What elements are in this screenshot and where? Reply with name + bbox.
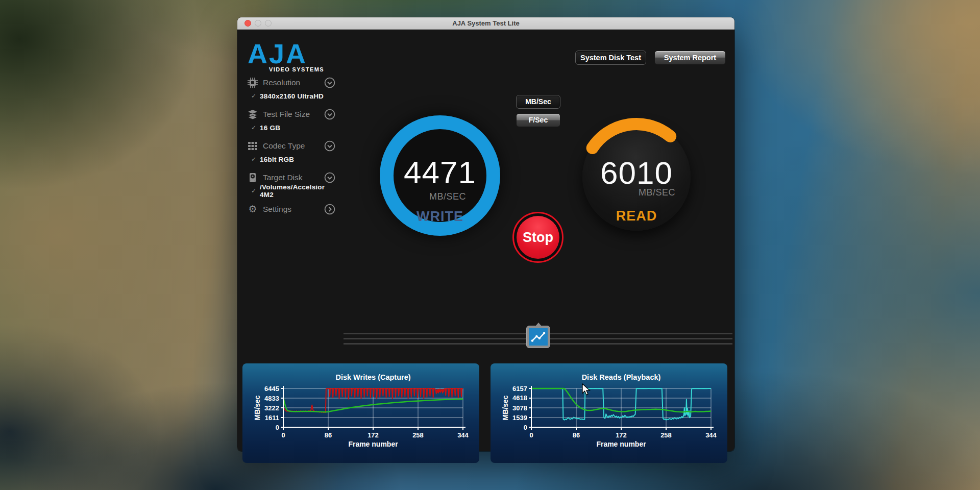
f-sec-toggle-button[interactable]: F/Sec [516,113,560,127]
desktop-wallpaper: AJA System Test Lite AJA VIDEO SYSTEMS S… [0,0,980,490]
line-chart-icon [529,328,548,346]
svg-text:344: 344 [705,431,717,439]
write-speed-unit: MB/SEC [429,191,466,202]
sidebar-item-target-disk[interactable]: Target Disk [248,171,335,184]
chevron-right-icon[interactable] [324,204,335,215]
system-disk-test-button[interactable]: System Disk Test [575,51,646,65]
stop-button[interactable]: Stop [512,212,564,263]
sidebar-value-text: 3840x2160 UltraHD [260,92,324,100]
window-title: AJA System Test Lite [237,17,734,29]
sidebar-value-codec-type[interactable]: ✓ 16bit RGB [251,155,335,164]
write-gauge-label: WRITE [394,209,486,225]
svg-text:3078: 3078 [512,404,527,412]
sidebar-value-resolution[interactable]: ✓ 3840x2160 UltraHD [251,91,335,101]
disk-writes-chart-panel: 01611322248336445086172258344Disk Writes… [242,363,479,463]
check-icon: ✓ [251,187,256,194]
sidebar-group-settings: ⚙ Settings [248,203,335,216]
sidebar-group-resolution: Resolution ✓ 3840x2160 UltraHD [248,76,335,101]
sidebar-item-label: Test File Size [263,110,310,119]
disk-reads-chart-panel: 01539307846186157086172258344Disk Reads … [491,363,727,463]
svg-text:Disk Reads (Playback): Disk Reads (Playback) [582,373,661,381]
window-titlebar[interactable]: AJA System Test Lite [237,17,734,30]
grid-icon [248,141,258,151]
sidebar-group-test-file-size: Test File Size ✓ 16 GB [248,108,335,132]
svg-text:MB/sec: MB/sec [501,395,509,420]
sidebar-item-codec-type[interactable]: Codec Type [248,139,335,153]
sidebar-item-test-file-size[interactable]: Test File Size [248,108,335,121]
sidebar-group-target-disk: Target Disk ✓ /Volumes/Accelsior 4M2 [248,171,335,195]
check-icon: ✓ [251,92,256,100]
check-icon: ✓ [251,156,256,163]
svg-text:6157: 6157 [512,385,527,393]
sidebar-item-label: Settings [263,205,291,214]
svg-text:0: 0 [524,424,527,431]
svg-text:86: 86 [573,431,580,439]
svg-text:0: 0 [529,431,533,439]
svg-text:0: 0 [276,424,279,431]
svg-text:258: 258 [412,431,424,439]
check-icon: ✓ [251,124,256,131]
mb-sec-toggle-button[interactable]: MB/Sec [516,95,560,109]
system-report-button[interactable]: System Report [654,51,726,65]
svg-text:4618: 4618 [512,394,527,402]
disk-writes-chart: 01611322248336445086172258344Disk Writes… [242,363,479,463]
svg-text:3222: 3222 [264,404,279,412]
sidebar-value-text: 16 GB [260,124,280,132]
svg-text:MB/sec: MB/sec [253,395,261,420]
gear-icon: ⚙ [248,204,258,214]
sidebar-value-text: /Volumes/Accelsior 4M2 [260,183,335,199]
svg-text:4833: 4833 [264,395,279,402]
svg-text:0: 0 [281,431,285,439]
disk-icon [248,173,258,183]
window-content: AJA VIDEO SYSTEMS System Disk Test Syste… [237,30,734,451]
write-speed-gauge: 4471 MB/SEC WRITE [380,115,500,236]
chevron-down-icon[interactable] [324,140,335,152]
svg-text:6445: 6445 [264,385,279,393]
svg-text:258: 258 [660,431,672,439]
read-gauge-label: READ [575,208,698,224]
svg-text:344: 344 [457,431,469,439]
graph-toggle-button[interactable] [526,326,550,348]
svg-text:Frame number: Frame number [596,440,646,448]
sidebar-item-label: Codec Type [263,141,305,151]
read-speed-value: 6010 [575,155,698,191]
disk-reads-chart: 01539307846186157086172258344Disk Reads … [491,363,727,463]
sidebar-value-target-disk[interactable]: ✓ /Volumes/Accelsior 4M2 [251,186,335,195]
chevron-down-icon[interactable] [324,172,335,183]
sidebar-value-text: 16bit RGB [260,156,294,163]
aja-logo-text: AJA [248,42,324,65]
svg-text:86: 86 [325,431,332,439]
sidebar-item-settings[interactable]: ⚙ Settings [248,203,335,216]
svg-text:172: 172 [368,431,379,439]
write-speed-value: 4471 [394,154,486,190]
layers-icon [248,109,258,119]
aja-logo: AJA VIDEO SYSTEMS [248,42,324,72]
stop-button-label: Stop [517,216,559,259]
svg-text:1539: 1539 [512,414,527,422]
app-window: AJA System Test Lite AJA VIDEO SYSTEMS S… [237,17,734,451]
chip-icon [248,78,258,88]
svg-text:Disk Writes (Capture): Disk Writes (Capture) [335,373,410,381]
sidebar-item-label: Resolution [263,78,300,87]
sidebar-item-label: Target Disk [263,173,303,182]
read-speed-gauge: 6010 MB/SEC READ [575,115,698,238]
sidebar: Resolution ✓ 3840x2160 UltraHD [248,76,335,216]
read-speed-unit: MB/SEC [639,187,675,198]
svg-text:1611: 1611 [265,414,279,422]
chevron-down-icon[interactable] [324,109,335,120]
sidebar-group-codec-type: Codec Type ✓ 16bit RGB [248,139,335,164]
sidebar-value-test-file-size[interactable]: ✓ 16 GB [251,123,335,132]
svg-text:172: 172 [616,431,627,439]
sidebar-item-resolution[interactable]: Resolution [248,76,335,89]
svg-text:Frame number: Frame number [348,440,398,448]
chevron-down-icon[interactable] [324,77,335,88]
